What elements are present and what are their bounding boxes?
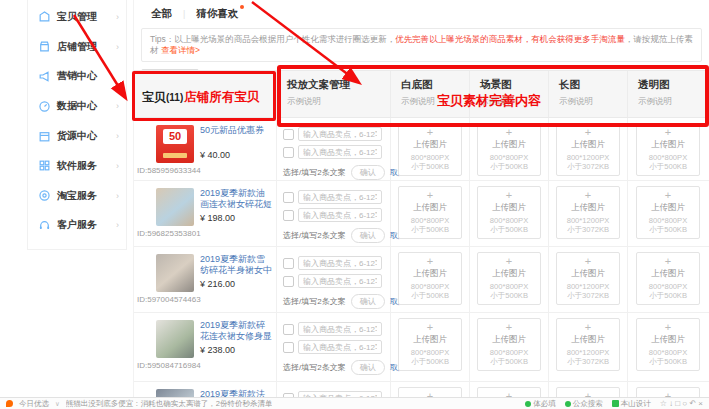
upload-image-button[interactable]: +上传图片800*800PX小于500KB [398,123,462,176]
upload-image-button[interactable]: +上传图片800*1200PX小于3072KB [556,318,620,371]
selling-point-input[interactable] [298,190,382,204]
bottom-bar-title[interactable]: 今日优选 [19,399,49,409]
sidebar-item-customer-service[interactable]: 客户服务 › [28,211,126,241]
upload-cell: + [549,382,628,397]
upload-image-button[interactable]: +上传图片800*800PX小于500KB [636,252,700,305]
upload-image-button[interactable]: + [398,387,462,397]
selling-point-input[interactable] [298,145,382,159]
tab-bar: 全部 | 猜你喜欢 [134,0,709,22]
sidebar-item-taobao-service[interactable]: 淘宝服务 › [28,181,126,211]
green-square-icon [612,400,619,407]
upload-cell: +上传图片800*1200PX小于3072KB [549,313,628,381]
product-image[interactable] [156,320,194,358]
upload-image-button[interactable]: +上传图片800*800PX小于500KB [636,123,700,176]
checkbox[interactable] [283,258,294,269]
confirm-button[interactable]: 确认 [351,360,385,375]
checkbox[interactable] [283,210,294,221]
sidebar-item-software-service[interactable]: 软件服务 › [28,151,126,181]
tab-all[interactable]: 全部 [151,7,172,21]
example-link[interactable]: 示例说明 [559,96,627,108]
example-link[interactable]: 示例说明 [401,96,469,108]
table-row: 2019夏季新款法式波点连衣裙女中长款复古显瘦 + + + + [134,382,709,397]
upload-image-button[interactable]: +上传图片800*1200PX小于3072KB [556,186,620,239]
selling-point-input[interactable] [298,256,382,270]
upload-size: 800*800PX [401,282,460,291]
chevron-right-icon: › [116,101,119,111]
checkbox[interactable] [283,342,294,353]
product-title-link[interactable]: 2019夏季新款雪纺碎花半身裙女中长款显瘦百搭 [200,254,274,276]
bottom-bar: 今日优选 ∨ 熊猫出没到底多便宜：消耗也确实太离谱了，2份特价秒杀清单 体必填 … [0,397,709,409]
product-title-link[interactable]: 2019夏季新款油画连衣裙女碎花短袖T恤中长款 [200,188,274,210]
upload-size: 800*1200PX [559,348,618,357]
upload-limit: 小于500KB [480,162,539,171]
toolbar-icons[interactable]: ☆ ↓ □ ○ ↶ × [660,399,703,408]
plus-icon: + [478,257,540,266]
header-copy-manage: 投放文案管理 示例说明 [277,71,391,117]
upload-image-button[interactable]: +上传图片800*800PX小于500KB [636,186,700,239]
product-image[interactable] [156,389,194,397]
upload-image-button[interactable]: + [556,387,620,397]
chevron-right-icon: › [116,191,119,201]
upload-image-button[interactable]: +上传图片800*800PX小于500KB [477,123,541,176]
upload-label: 上传图片 [637,268,699,280]
selling-point-input[interactable] [298,127,382,141]
bottom-bar-text[interactable]: 熊猫出没到底多便宜：消耗也确实太离谱了，2份特价秒杀清单 [66,399,273,409]
upload-image-button[interactable]: +上传图片800*1200PX小于3072KB [556,123,620,176]
sidebar-item-item-manage[interactable]: 宝贝管理 › [28,2,126,32]
upload-image-button[interactable]: +上传图片800*1200PX小于3072KB [556,252,620,305]
selling-point-input[interactable] [298,322,382,336]
upload-limit: 小于3072KB [559,225,618,234]
upload-image-button[interactable]: + [636,387,700,397]
view-details-link[interactable]: 查看详情> [161,45,200,55]
upload-image-button[interactable]: +上传图片800*800PX小于500KB [398,252,462,305]
example-link[interactable]: 示例说明 [480,96,548,108]
product-title-link[interactable]: 2019夏季新款法式波点连衣裙女中长款复古显瘦 [200,389,274,397]
checkbox[interactable] [283,276,294,287]
confirm-button[interactable]: 确认 [351,294,385,309]
product-image[interactable] [156,188,194,226]
upload-limit: 小于500KB [480,225,539,234]
sidebar-item-label: 营销中心 [57,69,97,83]
example-link[interactable]: 示例说明 [287,96,390,108]
sidebar-item-label: 客户服务 [57,218,97,232]
shop-icon [38,40,51,53]
upload-image-button[interactable]: +上传图片800*800PX小于500KB [477,318,541,371]
selling-point-input[interactable] [298,208,382,222]
product-cell: 2019夏季新款雪纺碎花半身裙女中长款显瘦百搭 ¥ 216.00 ID:5970… [134,247,277,312]
checkbox[interactable] [283,129,294,140]
upload-size: 800*1200PX [559,216,618,225]
upload-image-button[interactable]: + [477,387,541,397]
header-label: 白底图 [401,78,469,92]
sidebar-item-marketing[interactable]: 营销中心 [28,62,126,92]
status-item[interactable]: 本山设计 [612,399,651,409]
product-title-link[interactable]: 2019夏季新款碎花连衣裙女修身显瘦小众网红 [200,320,274,342]
confirm-button[interactable]: 确认 [351,165,385,180]
status-item[interactable]: 公众搜索 [565,399,603,409]
selling-point-input[interactable] [298,340,382,354]
sidebar-item-supply-center[interactable]: 货源中心 › [28,121,126,151]
product-image[interactable] [156,254,194,292]
tab-recommend[interactable]: 猜你喜欢 [196,7,238,21]
upload-image-button[interactable]: +上传图片800*800PX小于500KB [636,318,700,371]
upload-image-button[interactable]: +上传图片800*800PX小于500KB [398,186,462,239]
upload-image-button[interactable]: +上传图片800*800PX小于500KB [398,318,462,371]
copy-note: 选择/填写2条文案 [283,167,346,178]
status-item[interactable]: 体必填 [525,399,556,409]
example-link[interactable]: 示例说明 [638,96,708,108]
checkbox[interactable] [283,147,294,158]
copy-cell: 选择/填写2条文案确认取消 [277,247,391,312]
header-label: 场景图 [480,78,548,92]
product-id: ID:597004574463 [134,292,276,304]
product-title-link[interactable]: 50元新品优惠券 [200,125,274,147]
upload-image-button[interactable]: +上传图片800*800PX小于500KB [477,252,541,305]
checkbox[interactable] [283,324,294,335]
confirm-button[interactable]: 确认 [351,228,385,243]
sidebar-item-shop-manage[interactable]: 店铺管理 › [28,32,126,62]
plus-icon: + [399,128,461,137]
checkbox[interactable] [283,192,294,203]
sidebar-item-data-center[interactable]: 数据中心 › [28,91,126,121]
upload-image-button[interactable]: +上传图片800*800PX小于500KB [477,186,541,239]
product-image[interactable]: 50 [156,125,194,163]
selling-point-input[interactable] [298,274,382,288]
upload-label: 上传图片 [399,334,461,346]
